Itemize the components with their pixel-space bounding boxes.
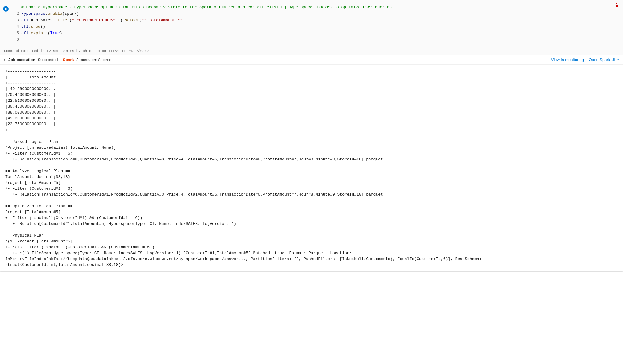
open-spark-ui-label: Open Spark UI [589,57,615,62]
code-token: Hyperspace [21,11,45,16]
code-line-3: df1 = dfSales.filter("""CustomerId = 6""… [21,17,623,23]
notebook-cell: 1 2 3 4 5 6 # Enable Hyperspace - Hypers… [0,0,623,272]
succeeded-label: Succeeded [38,57,58,62]
code-token: df1 [21,18,28,23]
code-line-6 [21,36,623,43]
code-token: """CustomerId = 6""" [72,18,120,23]
code-token: df1 [21,24,28,29]
code-token: explain [31,31,48,35]
run-button[interactable] [0,3,11,14]
code-token: True [50,31,60,35]
result-links: View in monitoring Open Spark UI ↗ [551,57,619,62]
code-token: """TotalAmount""" [142,18,183,23]
code-content[interactable]: # Enable Hyperspace - Hyperspace optimiz… [21,3,623,44]
run-icon [3,6,9,12]
line-num-2: 2 [14,10,19,17]
code-token: filter [55,18,69,23]
code-token: select [125,18,139,23]
job-label: Job execution [8,57,35,62]
line-numbers: 1 2 3 4 5 6 [11,3,21,44]
spark-label: Spark [63,57,74,62]
code-token: df1 [21,31,28,35]
code-token: ( [48,31,50,35]
delete-button[interactable]: 🗑 [614,3,619,9]
execution-info: Command executed in 12 sec 348 ms by cht… [0,47,623,55]
code-line-1: # Enable Hyperspace - Hyperspace optimiz… [21,4,623,10]
line-num-4: 4 [14,23,19,30]
line-num-3: 3 [14,17,19,23]
external-link-icon: ↗ [615,58,619,62]
code-token: ) [60,31,62,35]
line-num-5: 5 [14,30,19,36]
execution-info-text: Command executed in 12 sec 348 ms by cht… [4,49,151,53]
code-token: show [31,24,40,29]
code-token: (spark) [62,11,79,16]
open-spark-ui-link[interactable]: Open Spark UI ↗ [589,57,619,62]
code-token: ( [69,18,72,23]
code-line-5: df1.explain(True) [21,30,623,36]
chevron-icon[interactable]: ▶ [4,58,6,62]
code-token: ) [183,18,185,23]
code-token: . [45,11,48,16]
code-token: () [40,24,45,29]
code-token: ). [120,18,125,23]
code-editor: 1 2 3 4 5 6 # Enable Hyperspace - Hypers… [0,0,623,47]
output-area: +--------------------+ | TotalAmount| +-… [0,65,623,271]
view-monitoring-link[interactable]: View in monitoring [551,57,584,62]
code-comment-1: # Enable Hyperspace - Hyperspace optimiz… [21,5,392,10]
code-token: = dfSales. [28,18,55,23]
line-num-6: 6 [14,36,19,43]
executors-label: 2 executors 8 cores [76,57,111,62]
line-num-1: 1 [14,4,19,10]
code-token: ( [139,18,142,23]
code-token: enable [48,11,62,16]
result-bar: ▶ Job execution Succeeded Spark 2 execut… [0,55,623,65]
code-line-2: Hyperspace.enable(spark) [21,10,623,17]
code-line-4: df1.show() [21,23,623,30]
